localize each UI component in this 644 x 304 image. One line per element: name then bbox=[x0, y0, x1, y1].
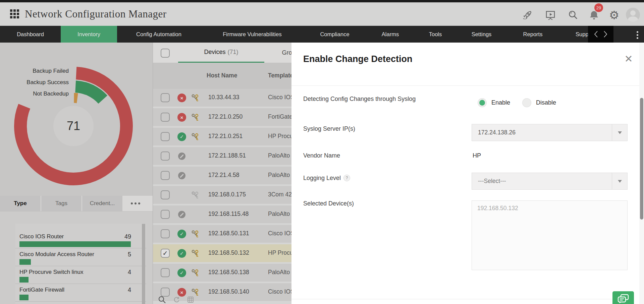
help-icon[interactable]: ? bbox=[343, 175, 350, 181]
vendor-name-value: HP bbox=[473, 152, 481, 159]
enable-radio-label[interactable]: Enable bbox=[491, 99, 510, 106]
modal-scrollbar-thumb[interactable] bbox=[640, 98, 643, 220]
close-icon[interactable]: ✕ bbox=[622, 52, 635, 65]
enable-radio[interactable] bbox=[478, 98, 487, 107]
selected-devices-textarea[interactable]: 192.168.50.132 bbox=[472, 200, 628, 270]
dropdown-arrow-icon[interactable] bbox=[612, 173, 627, 189]
enable-change-detection-modal: Enable Change Detection ✕ Detecting Conf… bbox=[291, 43, 644, 304]
selected-devices-label: Selected Device(s) bbox=[303, 200, 354, 207]
logging-level-select[interactable]: ---Select--- bbox=[472, 173, 628, 190]
disable-radio[interactable] bbox=[522, 98, 531, 107]
dropdown-arrow-icon[interactable] bbox=[612, 124, 627, 141]
network-configuration-manager-app: Network Configuration Manager bbox=[0, 0, 644, 304]
disable-radio-label[interactable]: Disable bbox=[536, 99, 556, 106]
modal-title: Enable Change Detection bbox=[303, 54, 413, 64]
modal-divider bbox=[291, 85, 640, 86]
syslog-toggle-label: Detecting Config Changes through Syslog bbox=[303, 96, 416, 103]
chat-icon bbox=[617, 294, 630, 304]
modal-bottom-divider bbox=[291, 299, 612, 299]
logging-level-label: Logging Level? bbox=[303, 175, 350, 182]
syslog-server-select[interactable]: 172.24.138.26 bbox=[472, 124, 628, 141]
feedback-chat-button[interactable] bbox=[612, 291, 634, 304]
vendor-name-label: Vendor Name bbox=[303, 152, 340, 159]
syslog-toggle-group: Enable Disable bbox=[478, 98, 564, 107]
modal-scrollbar-track[interactable] bbox=[639, 43, 644, 304]
syslog-server-label: Syslog Server IP(s) bbox=[303, 125, 355, 132]
